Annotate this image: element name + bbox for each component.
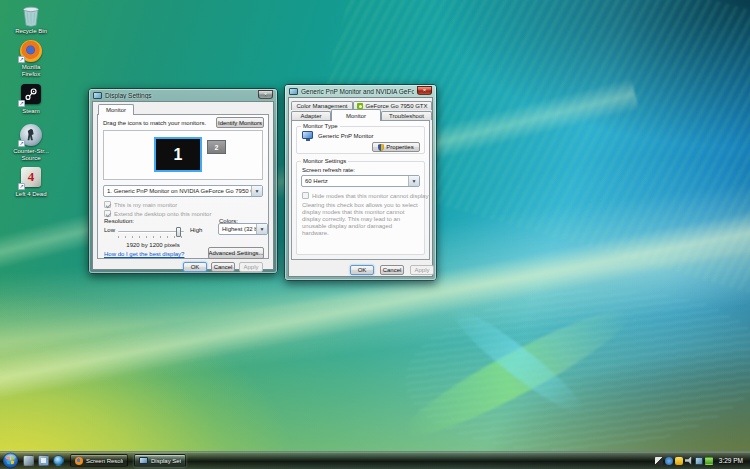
tab-adapter[interactable]: Adapter — [291, 111, 331, 120]
task-button-label: Screen Resolution p... — [86, 458, 123, 464]
hide-modes-checkbox-row: Hide modes that this monitor cannot disp… — [302, 192, 428, 199]
desktop-icon-label: Recycle Bin — [8, 28, 54, 35]
extend-desktop-checkbox — [104, 210, 111, 217]
selected-color-depth: Highest (32 bit) — [219, 224, 256, 234]
system-tray: 3:29 PM — [655, 457, 750, 465]
chevron-down-icon: ▼ — [251, 186, 262, 196]
tray-volume-icon[interactable] — [685, 457, 693, 465]
tray-application-icon[interactable] — [655, 457, 663, 465]
taskbar-clock[interactable]: 3:29 PM — [715, 457, 747, 464]
tray-battery-icon[interactable] — [705, 457, 713, 465]
apply-button: Apply — [410, 265, 434, 275]
checkbox-label: Hide modes that this monitor cannot disp… — [312, 193, 428, 199]
desktop-icon-steam[interactable]: ↗ Steam — [8, 83, 54, 115]
desktop-icon-label: Source — [8, 155, 54, 162]
hide-modes-description: Clearing this check box allows you to se… — [302, 202, 419, 237]
tab-label: Adapter — [300, 113, 321, 119]
monitor-tab-page: Monitor Type Generic PnP Monitor Propert… — [291, 120, 430, 260]
best-display-help-link[interactable]: How do I get the best display? — [104, 251, 184, 257]
firefox-icon — [75, 457, 83, 465]
tray-update-shield-icon[interactable] — [675, 457, 683, 465]
monitor-properties-window: Generic PnP Monitor and NVIDIA GeForce G… — [284, 84, 437, 281]
button-label: Identify Monitors — [218, 120, 262, 126]
media-player-icon[interactable] — [53, 455, 64, 466]
show-desktop-icon[interactable] — [23, 455, 34, 466]
main-monitor-checkbox-row: This is my main monitor — [104, 201, 177, 208]
colors-select[interactable]: Highest (32 bit) ▼ — [218, 223, 268, 235]
desktop: Recycle Bin ↗ Mozilla Firefox ↗ Steam — [0, 0, 750, 469]
desktop-icon-label: Firefox — [8, 71, 54, 78]
button-label: Cancel — [214, 264, 233, 270]
switch-windows-icon[interactable] — [38, 455, 49, 466]
cancel-button[interactable]: Cancel — [211, 262, 235, 272]
tray-bluetooth-icon[interactable] — [665, 457, 673, 465]
close-icon[interactable]: × — [258, 90, 273, 99]
ok-button[interactable]: OK — [183, 262, 207, 272]
slider-ticks — [118, 236, 184, 238]
shortcut-arrow-icon: ↗ — [18, 100, 25, 107]
monitor-tab-page: Drag the icons to match your monitors. I… — [97, 114, 269, 259]
taskbar-button-firefox[interactable]: Screen Resolution p... — [70, 454, 128, 467]
display-settings-titlebar[interactable]: Display Settings × — [89, 89, 277, 101]
resolution-slider-track[interactable] — [118, 231, 184, 233]
monitor-2-icon[interactable]: 2 — [207, 140, 226, 154]
ok-button[interactable]: OK — [350, 265, 374, 275]
monitor-number: 1 — [174, 146, 183, 164]
properties-button[interactable]: Properties — [372, 142, 420, 152]
apply-button: Apply — [239, 262, 263, 272]
desktop-icon-counter-strike-source[interactable]: ↗ Counter-Str... Source — [8, 124, 54, 162]
desktop-icon-recycle-bin[interactable]: Recycle Bin — [8, 4, 54, 35]
desktop-icon-label: Steam — [8, 108, 54, 115]
task-button-label: Display Settings — [151, 458, 181, 464]
display-adapter-select[interactable]: 1. Generic PnP Monitor on NVIDIA GeForce… — [103, 185, 263, 197]
monitor-name: Generic PnP Monitor — [318, 133, 374, 139]
button-label: Apply — [414, 267, 429, 273]
button-label: OK — [191, 264, 200, 270]
desktop-icon-firefox[interactable]: ↗ Mozilla Firefox — [8, 40, 54, 78]
checkbox-label: Extend the desktop onto this monitor — [114, 211, 211, 217]
selected-refresh-rate: 60 Hertz — [302, 176, 408, 186]
monitor-properties-titlebar[interactable]: Generic PnP Monitor and NVIDIA GeForce G… — [285, 85, 436, 97]
tab-label: Monitor — [346, 113, 366, 119]
resolution-label: Resolution: — [104, 218, 134, 224]
refresh-rate-label: Screen refresh rate: — [302, 167, 355, 173]
window-title: Display Settings — [105, 92, 255, 99]
monitor-type-group: Monitor Type Generic PnP Monitor Propert… — [296, 126, 425, 154]
monitor-type-icon — [302, 131, 313, 139]
button-label: OK — [358, 267, 367, 273]
monitor-number: 2 — [215, 144, 219, 151]
taskbar-button-display-settings[interactable]: Display Settings — [134, 454, 186, 467]
monitor-arrangement-preview: 1 2 — [103, 130, 263, 180]
tab-monitor[interactable]: Monitor — [331, 109, 381, 121]
shortcut-arrow-icon: ↗ — [18, 183, 25, 190]
slider-low-label: Low — [104, 227, 115, 233]
tab-label: Monitor — [106, 107, 126, 113]
desktop-icon-left4dead[interactable]: 4 ↗ Left 4 Dead — [8, 166, 54, 198]
desktop-icon-label: Left 4 Dead — [8, 191, 54, 198]
tab-troubleshoot[interactable]: Troubleshoot — [381, 111, 432, 120]
window-title: Generic PnP Monitor and NVIDIA GeForce G… — [301, 88, 414, 95]
identify-monitors-button[interactable]: Identify Monitors — [216, 117, 264, 128]
drag-instruction: Drag the icons to match your monitors. — [103, 120, 206, 126]
close-icon[interactable]: × — [417, 86, 432, 95]
tray-network-icon[interactable] — [695, 457, 703, 465]
button-label: Properties — [386, 144, 413, 150]
button-label: Advanced Settings... — [208, 250, 263, 256]
tab-monitor[interactable]: Monitor — [98, 104, 134, 115]
cancel-button[interactable]: Cancel — [380, 265, 404, 275]
monitor-1-icon[interactable]: 1 — [154, 137, 202, 172]
refresh-rate-select[interactable]: 60 Hertz ▼ — [301, 175, 420, 187]
shortcut-arrow-icon: ↗ — [18, 56, 25, 63]
start-button[interactable] — [2, 452, 19, 469]
uac-shield-icon — [378, 144, 384, 151]
advanced-settings-button[interactable]: Advanced Settings... — [208, 247, 264, 259]
display-icon — [139, 457, 148, 464]
group-label: Monitor Type — [301, 123, 340, 129]
group-label: Monitor Settings — [301, 158, 348, 164]
taskbar: Screen Resolution p... Display Settings … — [0, 451, 750, 469]
monitor-settings-group: Monitor Settings Screen refresh rate: 60… — [296, 161, 425, 255]
button-label: Cancel — [383, 267, 402, 273]
left4dead-icon: 4 ↗ — [20, 167, 42, 189]
monitor-properties-window-icon — [289, 88, 298, 95]
chevron-down-icon: ▼ — [408, 176, 419, 186]
